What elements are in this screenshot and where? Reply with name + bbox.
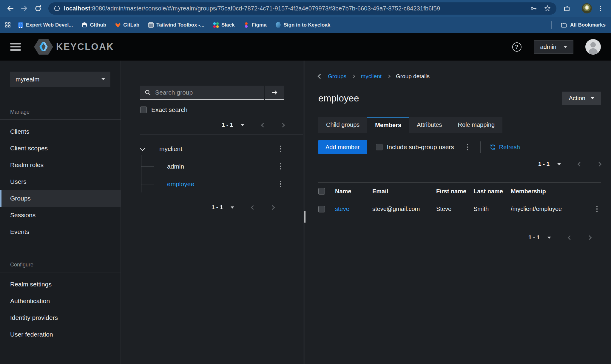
kebab-menu-icon[interactable] bbox=[277, 180, 284, 188]
chevron-left-icon[interactable] bbox=[261, 123, 266, 127]
nav-section-configure: Configure bbox=[0, 254, 121, 272]
sidebar-item-groups[interactable]: Groups bbox=[0, 190, 121, 207]
table-header-row: Name Email First name Last name Membersh… bbox=[318, 182, 601, 200]
user-avatar[interactable] bbox=[585, 39, 601, 55]
chevron-down-expander-icon[interactable] bbox=[140, 146, 145, 151]
tree-item-myclient[interactable]: myclient bbox=[140, 140, 284, 158]
bookmark-label: Figma bbox=[252, 22, 266, 28]
sidebar-item-authentication[interactable]: Authentication bbox=[0, 293, 121, 309]
chevron-left-icon[interactable] bbox=[251, 205, 256, 210]
sidebar-item-realm-roles[interactable]: Realm roles bbox=[0, 157, 121, 173]
back-button[interactable] bbox=[4, 2, 17, 15]
pagination-options-caret[interactable] bbox=[241, 124, 244, 126]
members-pagination-bottom: 1 - 1 bbox=[318, 234, 601, 241]
bookmark-expert-web[interactable]: Expert Web Devel... bbox=[18, 22, 73, 28]
keycloak-favicon bbox=[275, 22, 281, 28]
members-table: Name Email First name Last name Membersh… bbox=[318, 182, 601, 218]
chevron-left-icon[interactable] bbox=[578, 162, 582, 166]
chrome-menu-button[interactable] bbox=[594, 2, 607, 15]
sidebar-item-identity-providers[interactable]: Identity providers bbox=[0, 309, 121, 326]
user-menu-dropdown[interactable]: admin bbox=[534, 40, 573, 54]
figma-favicon bbox=[243, 22, 249, 28]
sidebar-item-users[interactable]: Users bbox=[0, 173, 121, 190]
sidebar-item-clients[interactable]: Clients bbox=[0, 123, 121, 140]
tab-members[interactable]: Members bbox=[367, 117, 409, 133]
bookmarks-separator bbox=[13, 21, 13, 29]
add-member-button[interactable]: Add member bbox=[318, 140, 367, 154]
profile-avatar-icon bbox=[582, 3, 592, 13]
sidebar-item-client-scopes[interactable]: Client scopes bbox=[0, 140, 121, 157]
search-submit-button[interactable] bbox=[265, 86, 284, 100]
col-header-first-name: First name bbox=[436, 188, 473, 195]
search-input[interactable] bbox=[155, 89, 260, 96]
member-name-link[interactable]: steve bbox=[335, 206, 372, 212]
exact-search-label: Exact search bbox=[151, 106, 187, 113]
panel-splitter[interactable] bbox=[303, 61, 306, 364]
breadcrumb-groups-link[interactable]: Groups bbox=[328, 73, 346, 80]
help-icon[interactable]: ? bbox=[512, 42, 521, 52]
pagination-range: 1 - 1 bbox=[538, 161, 550, 167]
bookmark-slack[interactable]: Slack bbox=[213, 22, 234, 28]
pagination-options-caret[interactable] bbox=[231, 206, 234, 209]
kebab-menu-icon[interactable] bbox=[464, 143, 471, 151]
page-info-icon[interactable] bbox=[54, 5, 60, 12]
tree-item-label: myclient bbox=[159, 145, 182, 152]
col-header-name: Name bbox=[335, 188, 372, 195]
tree-item-admin[interactable]: admin bbox=[140, 158, 284, 175]
reload-button[interactable] bbox=[32, 2, 44, 15]
forward-button[interactable] bbox=[18, 2, 30, 15]
chevron-right-icon[interactable] bbox=[280, 123, 285, 127]
chevron-right-icon[interactable] bbox=[270, 205, 275, 210]
pagination-options-caret[interactable] bbox=[557, 163, 561, 165]
back-arrow-icon bbox=[7, 4, 14, 12]
address-bar[interactable]: localhost:8080/admin/master/console/#/my… bbox=[48, 2, 556, 15]
include-subgroups-checkbox[interactable] bbox=[376, 144, 382, 150]
tab-attributes[interactable]: Attributes bbox=[409, 117, 450, 133]
realm-selector[interactable]: myrealm bbox=[10, 72, 110, 87]
member-last-name: Smith bbox=[473, 206, 511, 212]
tree-item-label: admin bbox=[167, 163, 184, 170]
row-checkbox[interactable] bbox=[318, 206, 325, 212]
drag-handle-icon[interactable] bbox=[303, 211, 306, 223]
tree-pagination-top: 1 - 1 bbox=[140, 122, 284, 128]
pagination-options-caret[interactable] bbox=[547, 237, 551, 239]
chevron-right-icon[interactable] bbox=[597, 162, 602, 166]
kebab-menu-icon[interactable] bbox=[277, 163, 284, 170]
arrow-right-icon bbox=[271, 89, 278, 96]
group-search-field[interactable] bbox=[140, 86, 264, 100]
password-key-icon[interactable] bbox=[530, 5, 537, 12]
bookmark-gitlab[interactable]: GitLab bbox=[115, 22, 139, 28]
tab-role-mapping[interactable]: Role mapping bbox=[450, 117, 502, 133]
refresh-button[interactable]: Refresh bbox=[490, 144, 520, 151]
breadcrumb-back-icon[interactable] bbox=[318, 74, 323, 79]
all-bookmarks-button[interactable]: All Bookmarks bbox=[561, 22, 606, 28]
exact-search-checkbox[interactable] bbox=[140, 107, 147, 113]
bookmark-figma[interactable]: Figma bbox=[243, 22, 266, 28]
bookmark-keycloak[interactable]: Sign in to Keycloak bbox=[275, 22, 330, 28]
bookmark-github[interactable]: GIthub bbox=[82, 22, 106, 28]
hamburger-menu-icon[interactable] bbox=[10, 43, 21, 51]
row-kebab-menu-icon[interactable] bbox=[593, 205, 601, 213]
sidebar-item-realm-settings[interactable]: Realm settings bbox=[0, 276, 121, 293]
sidebar-item-user-federation[interactable]: User federation bbox=[0, 326, 121, 343]
bookmark-label: Sign in to Keycloak bbox=[283, 22, 330, 28]
apps-grid-icon[interactable] bbox=[5, 22, 10, 27]
bookmark-star-icon[interactable] bbox=[544, 5, 551, 12]
tree-item-employee[interactable]: employee bbox=[140, 175, 284, 193]
sidebar-item-events[interactable]: Events bbox=[0, 223, 121, 240]
chevron-left-icon[interactable] bbox=[568, 235, 573, 240]
chevron-right-icon[interactable] bbox=[587, 235, 592, 240]
select-all-checkbox[interactable] bbox=[318, 188, 325, 195]
sidebar-item-sessions[interactable]: Sessions bbox=[0, 207, 121, 223]
group-tabs: Child groups Members Attributes Role map… bbox=[318, 117, 601, 133]
search-icon bbox=[144, 89, 151, 96]
extension-button[interactable] bbox=[561, 2, 573, 15]
keycloak-logo[interactable]: KEYCLOAK bbox=[34, 39, 114, 55]
tab-child-groups[interactable]: Child groups bbox=[318, 117, 367, 133]
kebab-menu-icon[interactable] bbox=[277, 145, 284, 153]
bookmark-tailwind[interactable]: Tailwind Toolbox -... bbox=[148, 22, 204, 28]
action-dropdown-button[interactable]: Action bbox=[562, 92, 601, 105]
profile-button[interactable] bbox=[581, 2, 593, 15]
breadcrumb-myclient-link[interactable]: myclient bbox=[361, 73, 382, 80]
browser-toolbar: localhost:8080/admin/master/console/#/my… bbox=[0, 0, 611, 17]
